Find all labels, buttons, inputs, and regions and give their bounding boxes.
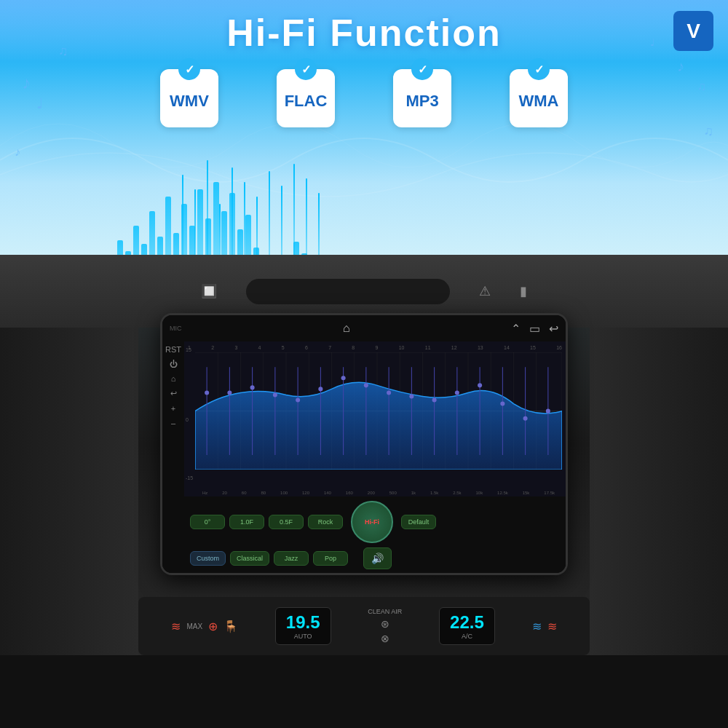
eq-visualization [195,352,562,470]
svg-point-42 [455,390,459,395]
band-label: 6 [305,345,308,350]
svg-point-20 [205,390,209,395]
volume-up-icon[interactable]: + [171,404,175,413]
btn-rock[interactable]: Rock [308,515,343,529]
btn-classical[interactable]: Classical [230,551,269,566]
back-icon[interactable]: ↩ [549,322,558,336]
right-temp-display: 22.5 A/C [439,607,495,645]
home-small-icon[interactable]: ⌂ [171,374,176,383]
btn-pop[interactable]: Pop [313,551,348,566]
eq-area: 1 2 3 4 5 6 7 8 9 10 11 12 13 14 15 16 [184,341,566,496]
btn-default[interactable]: Default [401,515,436,529]
car-fan-icon: ⊗ [381,633,389,644]
freq-15k: 15k [523,491,530,495]
screen-sidebar: RST ⏻ ⌂ ↩ + – [162,341,184,573]
eq-y-minus15: -15 [186,475,193,480]
svg-point-46 [500,402,505,406]
band-label: 5 [282,345,285,350]
badge-box-mp3: ✓ MP3 [393,69,451,127]
format-label-wma: WMA [519,92,559,111]
freq-120: 120 [302,491,309,495]
left-temp-display: 19.5 AUTO [275,607,331,645]
fan-icon: ⊕ [208,620,218,633]
btn-1f[interactable]: 1.0F [229,515,264,529]
freq-hz: Hz [202,491,207,495]
freq-500: 500 [389,491,397,495]
freq-100: 100 [280,491,288,495]
eq-x-labels: Hz 20 60 80 100 120 140 160 200 500 1k 1… [195,491,562,495]
volume-down-icon[interactable]: – [171,419,175,427]
up-icon[interactable]: ⌃ [511,322,521,336]
freq-160: 160 [346,491,353,495]
svg-point-44 [478,383,482,387]
btn-custom[interactable]: Custom [190,551,226,566]
screen-inner: MIC ⌂ ⌃ ▭ ↩ RST ⏻ ⌂ ↩ + – 1 2 3 [162,315,566,573]
eq-y-15: 15 [186,347,191,352]
brand-logo: V [673,11,713,51]
hifi-button[interactable]: Hi-Fi [351,501,393,543]
band-label: 15 [530,345,536,350]
format-label-wmv: WMV [170,92,209,111]
svg-point-22 [227,390,232,395]
check-icon: ✓ [411,58,433,80]
svg-point-32 [341,376,346,380]
window-icon[interactable]: ▭ [529,322,540,336]
svg-point-50 [546,409,550,414]
eq-y-0: 0 [186,416,189,422]
badge-box-wmv: ✓ WMV [160,69,218,127]
clean-air-label: CLEAN AIR [368,608,402,615]
power-icon[interactable]: ⏻ [170,360,178,368]
format-flac: ✓ FLAC [277,69,335,127]
freq-17-5k: 17.5k [544,491,555,495]
format-wma: ✓ WMA [510,69,568,127]
btn-0deg[interactable]: 0° [190,515,225,529]
band-label: 4 [258,345,261,350]
screen-top-bar: MIC ⌂ ⌃ ▭ ↩ [162,315,566,341]
controls-row-1: 0° 1.0F 0.5F Rock Hi-Fi Default [190,501,560,543]
btn-jazz[interactable]: Jazz [274,551,309,566]
speaker-button[interactable]: 🔊 [363,547,392,569]
dash-center-strip [246,279,450,304]
dash-icon-2: ⚠ [479,283,491,299]
check-icon: ✓ [295,58,317,80]
freq-12-5k: 12.5k [497,491,508,495]
home-icon[interactable]: ⌂ [343,322,350,335]
page-title: Hi-Fi Function [226,11,501,55]
left-temperature: 19.5 [286,612,320,633]
btn-0-5f[interactable]: 0.5F [269,515,304,529]
brand-v-icon: V [687,20,700,43]
freq-2-5k: 2.5k [453,491,461,495]
band-label: 7 [328,345,331,350]
seat-icon: 🪑 [223,620,238,633]
ac-fan-icon: ⊛ [381,618,389,630]
screen-nav-icons: ⌃ ▭ ↩ [511,322,558,336]
screen-controls: 0° 1.0F 0.5F Rock Hi-Fi Default Custom C… [184,496,566,573]
svg-point-36 [387,390,391,395]
dash-icon-3: ▮ [520,283,527,299]
svg-point-26 [273,392,277,397]
freq-200: 200 [368,491,375,495]
cool-icon-right: ≋ [532,620,542,633]
max-label: MAX [186,622,202,630]
svg-point-30 [318,387,323,391]
center-climate: CLEAN AIR ⊛ ⊗ [368,608,402,644]
right-temperature: 22.5 [450,612,484,633]
svg-point-24 [250,385,255,389]
check-icon: ✓ [178,58,200,80]
band-label: 9 [376,345,379,350]
car-screen: MIC ⌂ ⌃ ▭ ↩ RST ⏻ ⌂ ↩ + – 1 2 3 [160,313,568,575]
back-small-icon[interactable]: ↩ [170,389,177,398]
format-label-flac: FLAC [285,92,328,111]
freq-1k: 1k [411,491,416,495]
band-label: 8 [352,345,355,350]
band-label: 10 [399,345,405,350]
dash-icon-1: 🔲 [201,283,217,299]
heat-icon-right: ≋ [547,620,557,633]
freq-80: 80 [261,491,266,495]
freq-1-5k: 1.5k [430,491,438,495]
badge-box-wma: ✓ WMA [510,69,568,127]
band-label: 13 [478,345,483,350]
title-bar: Hi-Fi Function [0,0,728,66]
svg-point-40 [432,397,437,402]
band-label: 14 [504,345,510,350]
